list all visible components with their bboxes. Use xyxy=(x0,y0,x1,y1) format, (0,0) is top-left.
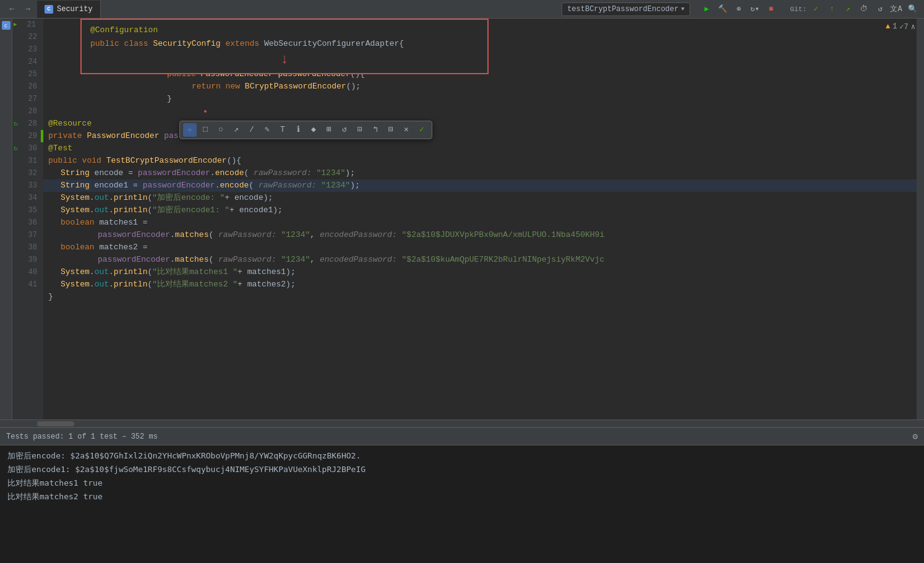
draw-btn-close[interactable]: ✕ xyxy=(400,123,413,137)
dropdown-arrow: ▼ xyxy=(681,6,684,12)
scrollbar-h[interactable] xyxy=(0,419,924,427)
warning-area: ▲ 1 ✓7 ∧ xyxy=(886,19,915,35)
code-popup: @Configuration public class SecurityConf… xyxy=(80,19,489,74)
git-history-btn[interactable]: ⏱ xyxy=(857,2,871,16)
popup-line2: public class SecurityConfig extends WebS… xyxy=(90,37,479,51)
line-num-36: 36 xyxy=(12,217,37,229)
line-num-26: 26 xyxy=(12,80,37,93)
file-dropdown-label: testBCryptPasswordEncoder xyxy=(567,5,678,14)
line-num-31: 31 xyxy=(12,155,37,167)
line-num-22: 22 xyxy=(12,31,37,43)
reload-icon-30[interactable]: ↻ xyxy=(14,142,18,155)
line-num-34: 34 xyxy=(12,192,37,204)
line-num-37: 37 xyxy=(12,229,37,241)
line-num-39: 39 xyxy=(12,254,37,266)
code-line-39: passwordEncoder.matches( rawPassword: "1… xyxy=(43,254,917,266)
line-num-30: ↻ 30 xyxy=(12,142,37,155)
line-numbers-col: ▶ 21 22 23 24 25 26 27 28 ↻ 28 29 ↻ 30 3… xyxy=(12,19,41,419)
draw-btn-confirm[interactable]: ✓ xyxy=(415,123,429,137)
line-num-23: 23 xyxy=(12,43,37,56)
code-line-32: String encode = passwordEncoder.encode( … xyxy=(43,167,917,179)
navigate-back-btn[interactable]: ← xyxy=(5,2,19,16)
code-line-35: System.out.println("加密后encode1: "+ encod… xyxy=(43,204,917,217)
test-passed-label: Tests passed: 1 of 1 test – 352 ms xyxy=(6,432,158,441)
line-num-21: ▶ 21 xyxy=(12,19,37,31)
run-icon-21[interactable]: ▶ xyxy=(14,19,17,31)
line-num-28: 28 xyxy=(12,105,37,118)
draw-btn-line[interactable]: / xyxy=(245,123,259,137)
run-btn[interactable]: ▶ xyxy=(700,2,714,16)
draw-btn-cursor[interactable]: ✛ xyxy=(183,123,197,137)
draw-btn-rect[interactable]: □ xyxy=(199,123,212,137)
navigate-forward-btn[interactable]: → xyxy=(21,2,35,16)
code-content[interactable]: @Configuration public class SecurityConf… xyxy=(43,19,917,419)
code-line-36: boolean matches1 = xyxy=(43,217,917,229)
code-line-27: } xyxy=(43,93,917,105)
git-push-btn[interactable]: ↑ xyxy=(825,2,839,16)
coverage-btn[interactable]: ⊕ xyxy=(732,2,746,16)
top-toolbar: ← → C Security testBCryptPasswordEncoder… xyxy=(0,0,924,19)
popup-arrow: ↓ xyxy=(90,51,479,69)
file-dropdown[interactable]: testBCryptPasswordEncoder ▼ xyxy=(562,2,690,16)
tab-label: Security xyxy=(57,5,93,14)
scrollbar-v[interactable] xyxy=(917,19,924,419)
search-btn[interactable]: 🔍 xyxy=(905,2,919,16)
draw-btn-pen[interactable]: ✎ xyxy=(260,123,274,137)
code-line-38: boolean matches2 = xyxy=(43,241,917,254)
code-line-37: passwordEncoder.matches( rawPassword: "1… xyxy=(43,229,917,241)
sidebar-icon: C xyxy=(2,21,11,30)
output-line3: 比对结果matches1 true xyxy=(7,476,917,490)
test-output-header: Tests passed: 1 of 1 test – 352 ms ⚙ xyxy=(0,428,924,445)
draw-btn-redo[interactable]: ↰ xyxy=(369,123,382,137)
test-settings-btn[interactable]: ⚙ xyxy=(913,431,918,442)
code-line-42: } xyxy=(43,291,917,303)
tab-icon: C xyxy=(45,5,53,14)
code-line-41: System.out.println("比对结果matches2 "+ matc… xyxy=(43,278,917,291)
draw-btn-text[interactable]: T xyxy=(276,123,289,137)
reload-icon-28[interactable]: ↻ xyxy=(14,118,18,130)
refresh-dropdown-btn[interactable]: ↻▾ xyxy=(748,2,762,16)
git-revert-btn[interactable]: ↺ xyxy=(873,2,887,16)
git-label: Git: xyxy=(790,6,806,13)
draw-toolbar: ✛ □ ○ ↗ / ✎ T ℹ ◆ ⊞ ↺ ⊡ ↰ ⊟ ✕ ✓ xyxy=(179,121,432,139)
checkmark-count: ✓7 xyxy=(899,22,908,32)
security-tab[interactable]: C Security xyxy=(37,1,101,18)
left-sidebar: C xyxy=(0,19,12,419)
output-line4: 比对结果matches2 true xyxy=(7,490,917,504)
scrollbar-h-thumb[interactable] xyxy=(37,421,74,426)
draw-btn-arrow[interactable]: ↗ xyxy=(229,123,243,137)
line-num-40: 40 xyxy=(12,266,37,278)
git-translate-btn[interactable]: 文A xyxy=(889,2,903,16)
git-pull-btn[interactable]: ↗ xyxy=(841,2,855,16)
line-num-32: 32 xyxy=(12,167,37,179)
draw-btn-info[interactable]: ℹ xyxy=(291,123,305,137)
draw-btn-minus[interactable]: ⊟ xyxy=(384,123,398,137)
code-line-29: private PasswordEncoder passwordEncoder; xyxy=(43,130,917,142)
code-line-26: return new BCryptPasswordEncoder(); xyxy=(43,80,917,93)
draw-btn-fill[interactable]: ◆ xyxy=(307,123,320,137)
line-num-29: 29 xyxy=(12,130,37,142)
line-num-41: 41 xyxy=(12,278,37,291)
draw-btn-table[interactable]: ⊡ xyxy=(353,123,367,137)
gear-icon: ⚙ xyxy=(913,432,918,442)
line-num-27: 27 xyxy=(12,93,37,105)
code-line-31: public void TestBCryptPasswordEncoder(){ xyxy=(43,155,917,167)
draw-btn-undo[interactable]: ↺ xyxy=(338,123,351,137)
warning-badge: ▲ xyxy=(886,22,890,31)
line-num-38: 38 xyxy=(12,241,37,254)
stop-btn[interactable]: ■ xyxy=(764,2,778,16)
line-num-33: 33 xyxy=(12,179,37,192)
line-num-25: 25 xyxy=(12,68,37,80)
tests-passed-text: Tests passed: 1 of 1 test – 352 ms xyxy=(6,432,158,441)
build-btn[interactable]: 🔨 xyxy=(716,2,730,16)
git-check-btn[interactable]: ✓ xyxy=(809,2,823,16)
draw-btn-img[interactable]: ⊞ xyxy=(322,123,336,137)
line-num-28b: ↻ 28 xyxy=(12,118,37,130)
popup-line1: @Configuration xyxy=(90,24,479,37)
popup-overlay: @Configuration public class SecurityConf… xyxy=(80,19,489,74)
test-output-panel: Tests passed: 1 of 1 test – 352 ms ⚙ 加密后… xyxy=(0,427,924,563)
code-line-33: String encode1 = passwordEncoder.encode(… xyxy=(43,179,917,192)
expand-btn[interactable]: ∧ xyxy=(911,22,915,32)
code-line-28 xyxy=(43,105,917,118)
draw-btn-circle[interactable]: ○ xyxy=(214,123,228,137)
